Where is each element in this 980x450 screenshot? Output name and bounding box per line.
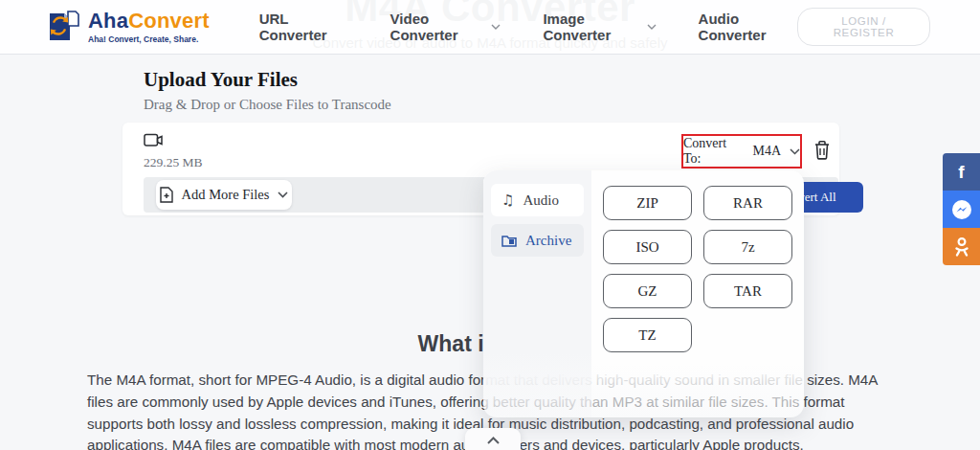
chevron-down-icon xyxy=(647,24,657,30)
main-nav: URL Converter Video Converter Image Conv… xyxy=(259,11,797,43)
format-option-tz[interactable]: TZ xyxy=(603,318,692,352)
format-dropdown-panel: ♫ Audio Archive ZIP RAR ISO 7z GZ TAR TZ xyxy=(483,170,804,417)
format-option-7z[interactable]: 7z xyxy=(703,230,792,264)
odnoklassniki-icon xyxy=(952,236,971,258)
nav-item-url-converter[interactable]: URL Converter xyxy=(259,11,348,43)
brand-tagline: Aha! Convert, Create, Share. xyxy=(88,34,210,44)
facebook-icon: f xyxy=(958,162,964,183)
nav-item-label: Video Converter xyxy=(390,11,486,43)
page: M4A Converter Convert video or audio to … xyxy=(0,0,980,450)
collapse-panel-button[interactable] xyxy=(465,428,521,450)
convert-to-value: M4A xyxy=(752,144,781,159)
login-register-button[interactable]: LOGIN / REGISTER xyxy=(797,8,930,46)
category-tab-audio[interactable]: ♫ Audio xyxy=(491,184,584,216)
chevron-up-icon xyxy=(487,437,500,444)
chevron-down-icon xyxy=(790,148,800,155)
messenger-icon xyxy=(950,198,973,221)
category-tab-label: Audio xyxy=(523,192,559,209)
upload-section-subtitle: Drag & Drop or Choose Files to Transcode xyxy=(144,97,391,113)
nav-item-label: Image Converter xyxy=(543,11,640,43)
odnoklassniki-share-button[interactable] xyxy=(943,228,980,265)
format-option-gz[interactable]: GZ xyxy=(603,274,692,308)
nav-item-label: Audio Converter xyxy=(699,11,797,43)
convert-to-label: Convert To: xyxy=(683,136,744,167)
logo-icon xyxy=(46,10,80,44)
nav-item-image-converter[interactable]: Image Converter xyxy=(543,11,656,43)
category-tab-label: Archive xyxy=(525,233,571,249)
nav-item-label: URL Converter xyxy=(259,11,348,43)
delete-file-button[interactable] xyxy=(813,138,835,161)
social-share-bar: f xyxy=(943,153,980,265)
category-tab-archive[interactable]: Archive xyxy=(491,224,584,257)
video-camera-icon xyxy=(144,133,164,147)
brand-logo[interactable]: AhaConvert Aha! Convert, Create, Share. xyxy=(46,10,210,44)
format-category-sidebar: ♫ Audio Archive xyxy=(483,170,591,417)
add-more-files-button[interactable]: Add More Files xyxy=(156,180,292,210)
file-size: 229.25 MB xyxy=(144,155,203,170)
upload-section-title: Upload Your Files xyxy=(144,68,298,92)
music-note-icon: ♫ xyxy=(501,193,514,208)
convert-to-dropdown[interactable]: Convert To: M4A xyxy=(681,134,802,169)
brand-name-convert: Convert xyxy=(128,9,210,33)
chevron-down-icon xyxy=(491,24,501,30)
add-more-files-label: Add More Files xyxy=(182,187,270,203)
nav-item-video-converter[interactable]: Video Converter xyxy=(390,11,501,43)
facebook-share-button[interactable]: f xyxy=(943,153,980,191)
brand-name: AhaConvert xyxy=(88,11,210,32)
chevron-down-icon xyxy=(278,191,288,198)
format-grid: ZIP RAR ISO 7z GZ TAR TZ xyxy=(603,186,792,352)
format-option-iso[interactable]: ISO xyxy=(603,230,692,264)
header: AhaConvert Aha! Convert, Create, Share. … xyxy=(0,0,980,55)
format-option-tar[interactable]: TAR xyxy=(703,274,792,308)
format-option-zip[interactable]: ZIP xyxy=(603,186,692,220)
folder-icon xyxy=(501,235,517,247)
format-option-rar[interactable]: RAR xyxy=(703,186,792,220)
file-plus-icon xyxy=(160,187,173,203)
nav-item-audio-converter[interactable]: Audio Converter xyxy=(699,11,797,43)
brand-name-aha: Aha xyxy=(88,9,128,33)
messenger-share-button[interactable] xyxy=(943,191,980,228)
